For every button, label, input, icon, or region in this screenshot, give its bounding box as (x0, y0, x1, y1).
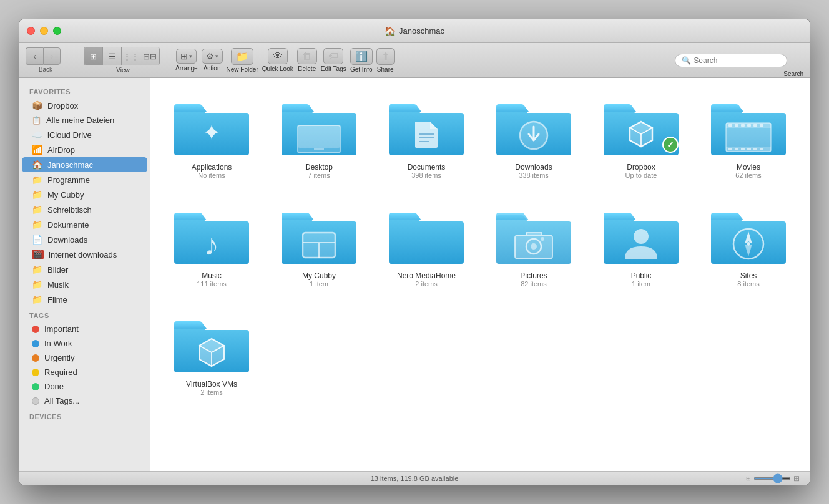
new-folder-button[interactable]: 📁 (231, 48, 253, 65)
svg-rect-22 (735, 148, 738, 150)
sidebar-item-in-work[interactable]: In Work (22, 336, 147, 351)
delete-icon: 🗑 (302, 51, 312, 62)
file-item-sites[interactable]: Sites 8 items (700, 199, 797, 293)
my-cubby-icon: 📁 (32, 190, 42, 200)
my-cubby-label: My Cubby (47, 190, 84, 200)
sidebar-item-my-cubby[interactable]: 📁 My Cubby (22, 187, 147, 202)
svg-rect-24 (747, 148, 751, 150)
forward-button[interactable]: › (43, 47, 61, 65)
dropbox-badge: ✓ (662, 137, 679, 153)
documents-name: Documents (408, 163, 446, 172)
home-icon: 🏠 (385, 26, 395, 36)
file-item-movies[interactable]: Movies 62 items (700, 90, 797, 184)
downloads-label: Downloads (47, 235, 87, 245)
virtualbox-name: VirtualBox VMs (186, 380, 237, 389)
search-input[interactable] (694, 56, 780, 65)
action-arrow: ▾ (215, 53, 218, 59)
file-item-nero[interactable]: Nero MediaHome 2 items (378, 199, 475, 293)
dropbox-icon: 📦 (32, 100, 42, 110)
dropbox-label: Dropbox (47, 101, 78, 110)
share-button[interactable]: ⬆ (376, 48, 395, 65)
close-button[interactable] (27, 27, 35, 35)
get-info-button[interactable]: ℹ️ (350, 48, 373, 65)
file-item-documents[interactable]: Documents 398 items (378, 90, 475, 184)
desktop-name: Desktop (305, 163, 333, 172)
sidebar-item-schreibtisch[interactable]: 📁 Schreibtisch (22, 202, 147, 217)
separator-2 (169, 49, 169, 72)
action-icon: ⚙ (206, 51, 214, 61)
sidebar-item-airdrop[interactable]: 📶 AirDrop (22, 142, 147, 157)
schreibtisch-icon: 📁 (32, 205, 42, 215)
back-button[interactable]: ‹ (26, 47, 43, 65)
edit-tags-button[interactable]: 🏷 (323, 48, 343, 64)
sidebar-item-downloads[interactable]: 📄 Downloads (22, 232, 147, 247)
tags-section-title: Tags (19, 307, 150, 322)
file-item-pictures[interactable]: Pictures 82 items (485, 199, 582, 293)
svg-rect-19 (753, 124, 757, 127)
share-group: ⬆ Share (376, 48, 395, 73)
zoom-slider[interactable]: ⊞ ⊞ (746, 474, 800, 483)
arrange-arrow: ▾ (189, 53, 192, 59)
file-item-desktop[interactable]: Desktop 7 items (270, 90, 368, 184)
music-name: Music (202, 271, 221, 280)
sidebar-item-all-tags[interactable]: All Tags... (22, 394, 147, 408)
sidebar-item-done[interactable]: Done (22, 379, 147, 394)
view-list-button[interactable]: ☰ (103, 47, 122, 65)
nero-folder-icon (386, 204, 466, 266)
sidebar-item-bilder[interactable]: 📁 Bilder (22, 262, 147, 277)
sidebar-item-internet-downloads[interactable]: 🎬 internet downloads (22, 247, 147, 262)
arrange-button[interactable]: ⊞ ▾ (176, 49, 197, 64)
view-column-button[interactable]: ⋮⋮ (122, 47, 140, 65)
sidebar-item-required[interactable]: Required (22, 365, 147, 379)
svg-point-34 (531, 243, 537, 250)
share-label: Share (377, 66, 394, 73)
svg-text:✦: ✦ (202, 120, 221, 145)
file-item-downloads[interactable]: Downloads 338 items (485, 90, 582, 184)
maximize-button[interactable] (53, 27, 61, 35)
music-count: 111 items (197, 280, 227, 288)
sidebar-item-dropbox[interactable]: 📦 Dropbox (22, 98, 147, 113)
sidebar-item-programme[interactable]: 📁 Programme (22, 172, 147, 187)
action-button[interactable]: ⚙ ▾ (202, 49, 223, 64)
sidebar-item-important[interactable]: Important (22, 322, 147, 336)
applications-name: Applications (192, 163, 232, 172)
file-item-applications[interactable]: ✦ Applications No items (163, 90, 260, 184)
sidebar-item-janoschmac[interactable]: 🏠 Janoschmac (22, 157, 147, 172)
file-item-dropbox[interactable]: ✓ Dropbox Up to date (592, 90, 690, 184)
get-info-icon: ℹ️ (355, 51, 368, 62)
all-tags-dot (32, 397, 39, 405)
sidebar-item-icloud[interactable]: ☁️ iCloud Drive (22, 127, 147, 142)
in-work-label: In Work (44, 339, 72, 348)
file-item-my-cubby[interactable]: My Cubby 1 item (270, 199, 368, 293)
new-folder-icon: 📁 (236, 51, 248, 62)
sidebar-item-musik[interactable]: 📁 Musik (22, 277, 147, 292)
view-icon-button[interactable]: ⊞ (84, 47, 103, 65)
quick-look-button[interactable]: 👁 (268, 48, 288, 64)
devices-section-title: Devices (19, 408, 150, 423)
file-item-public[interactable]: Public 1 item (592, 199, 690, 293)
delete-group: 🗑 Delete (297, 48, 317, 72)
file-item-music[interactable]: ♪ Music 111 items (163, 199, 260, 293)
downloads-icon: 📄 (32, 235, 42, 245)
movies-name: Movies (737, 163, 760, 172)
sidebar-item-dokumente[interactable]: 📁 Dokumente (22, 217, 147, 232)
search-box[interactable]: 🔍 (675, 54, 787, 67)
done-label: Done (44, 382, 64, 391)
file-item-virtualbox[interactable]: VirtualBox VMs 2 items (163, 308, 260, 401)
minimize-button[interactable] (40, 27, 48, 35)
arrange-icon: ⊞ (180, 51, 188, 61)
dropbox-folder-icon: ✓ (601, 95, 681, 158)
action-label: Action (204, 65, 221, 72)
nero-name: Nero MediaHome (397, 271, 456, 280)
sidebar-item-urgently[interactable]: Urgently (22, 351, 147, 365)
svg-rect-21 (728, 148, 732, 150)
downloads-folder-icon (494, 95, 574, 158)
delete-button[interactable]: 🗑 (297, 48, 317, 64)
zoom-range-input[interactable] (753, 477, 791, 480)
sidebar-item-filme[interactable]: 📁 Filme (22, 292, 147, 307)
sidebar-item-alle-meine[interactable]: 📋 Alle meine Dateien (22, 113, 147, 127)
public-count: 1 item (632, 280, 650, 288)
music-folder-icon: ♪ (172, 204, 252, 266)
required-label: Required (44, 367, 77, 377)
view-coverflow-button[interactable]: ⊟⊟ (140, 47, 159, 65)
